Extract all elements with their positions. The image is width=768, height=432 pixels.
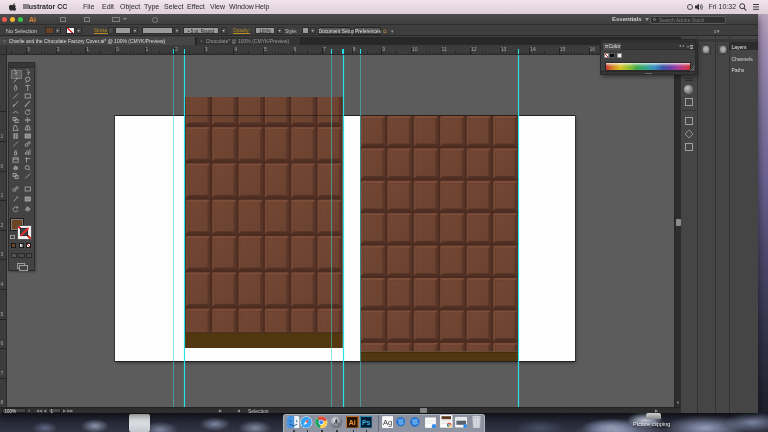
svg-text:Ag: Ag bbox=[383, 418, 392, 427]
svg-text:Ai: Ai bbox=[349, 419, 356, 426]
svg-text:Ps: Ps bbox=[362, 419, 371, 426]
